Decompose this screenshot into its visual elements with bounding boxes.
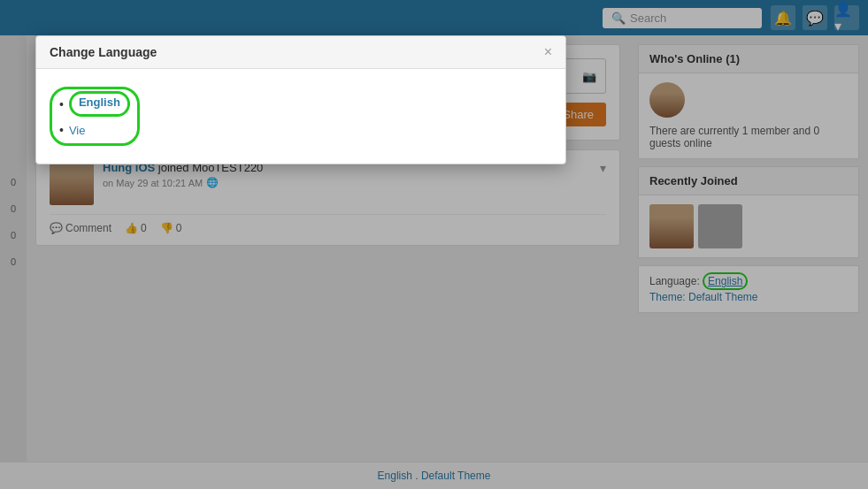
language-option-vie: • Vie <box>59 123 130 137</box>
language-option-english: • English <box>59 91 130 117</box>
language-english-link[interactable]: English <box>69 91 130 117</box>
modal-overlay[interactable]: Change Language × • English • Vie <box>0 0 868 489</box>
bullet-english: • <box>59 97 64 111</box>
modal-body: • English • Vie <box>36 69 565 164</box>
bullet-vie: • <box>59 123 64 137</box>
change-language-modal: Change Language × • English • Vie <box>35 35 566 164</box>
language-vie-link[interactable]: Vie <box>69 124 86 137</box>
language-options-group: • English • Vie <box>50 87 140 146</box>
modal-title: Change Language <box>50 45 157 59</box>
modal-close-button[interactable]: × <box>544 45 552 59</box>
modal-header: Change Language × <box>36 36 565 69</box>
